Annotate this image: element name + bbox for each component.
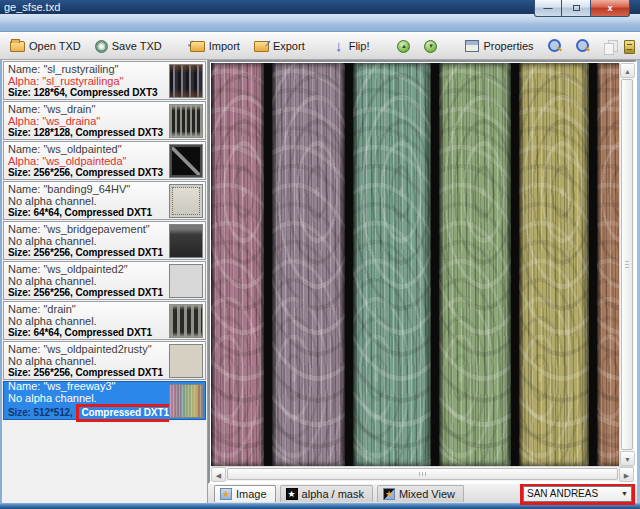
texture-preview: ▲ ▼ ◀ ▶ [208, 60, 637, 484]
texture-size-info: Size: 128*64, Compressed DXT3 [8, 87, 169, 99]
texture-alpha-info: No alpha channel. [8, 392, 169, 404]
texture-size-info: Size: 64*64, Compressed DXT1 [8, 207, 169, 219]
texture-alpha-info: No alpha channel. [8, 355, 169, 367]
texture-name: Name: "ws_freeway3" [8, 380, 169, 392]
toolbar-button-properties[interactable]: Properties [461, 38, 537, 54]
toolbar-button-zoom-in[interactable] [544, 37, 566, 55]
texture-size-info: Size: 256*256, Compressed DXT1 [8, 287, 169, 299]
folder-open-icon [10, 41, 25, 52]
toolbar-button-zoom-out[interactable] [572, 37, 594, 55]
zoom-out-icon [576, 39, 590, 53]
texture-name: Name: "ws_oldpainted" [8, 143, 169, 155]
drain-thumbnail [169, 104, 203, 138]
export-folder-icon [254, 41, 269, 52]
banding-thumbnail [169, 184, 203, 218]
flip-down-arrow-icon: ↓ [333, 38, 345, 54]
platform-select[interactable]: SAN ANDREAS ▼ [523, 486, 632, 502]
vertical-scrollbar[interactable]: ▲ ▼ [619, 63, 634, 466]
texture-list-item[interactable]: Name: "sl_rustyrailing" Alpha: "sl_rusty… [3, 61, 206, 100]
toolbar-button-export[interactable]: Export [250, 38, 309, 54]
texture-name: Name: "sl_rustyrailing" [8, 63, 169, 75]
titlebar: ge_sfse.txd — x [0, 0, 640, 32]
drain2-thumbnail [169, 304, 203, 338]
wood-plank-4 [439, 63, 511, 466]
texture-list: Name: "sl_rustyrailing" Alpha: "sl_rusty… [2, 60, 208, 503]
chevron-down-icon: ▼ [621, 490, 628, 497]
texture-list-item[interactable]: Name: "ws_oldpainted" Alpha: "ws_oldpain… [3, 141, 206, 180]
texture-name: Name: "ws_drain" [8, 103, 169, 115]
alpha-star-icon: ★ [286, 488, 298, 500]
close-icon: x [607, 3, 612, 13]
texture-name: Name: "ws_oldpainted2" [8, 263, 169, 275]
maximize-button[interactable] [562, 0, 590, 17]
texture-list-item[interactable]: Name: "ws_bridgepavement" No alpha chann… [3, 221, 206, 260]
maximize-icon [573, 5, 580, 11]
texture-size-info: Size: 256*256, Compressed DXT1 [8, 247, 169, 259]
railing-thumbnail [169, 64, 203, 98]
properties-window-icon [465, 40, 479, 52]
tab-image[interactable]: ★ Image [214, 485, 276, 502]
texture-size-info: Size: 512*512, Compressed DXT1 [8, 404, 169, 422]
horizontal-scroll-thumb[interactable] [227, 468, 618, 480]
scroll-right-icon[interactable]: ▶ [619, 467, 634, 482]
texture-list-item[interactable]: Name: "drain" No alpha channel. Size: 64… [3, 301, 206, 340]
wood-plank-2 [272, 63, 345, 466]
toolbar-button-import[interactable]: Import [186, 38, 244, 54]
green-down-icon: ▼ [424, 40, 437, 53]
wood-plank-3 [353, 63, 431, 466]
texture-list-item[interactable]: Name: "ws_drain" Alpha: "ws_draina" Size… [3, 101, 206, 140]
texture-name: Name: "ws_oldpainted2rusty" [8, 343, 169, 355]
window-title: ge_sfse.txd [4, 1, 60, 13]
wood-plank-1 [211, 63, 264, 466]
noise-light-thumbnail [169, 264, 203, 298]
texture-alpha-info: No alpha channel. [8, 235, 169, 247]
toolbar-button-move-up[interactable]: ▲ [393, 38, 414, 55]
toolbar-button-save[interactable]: Save TXD [91, 38, 166, 55]
texture-size-info: Size: 128*128, Compressed DXT3 [8, 127, 169, 139]
texture-alpha-info: No alpha channel. [8, 195, 169, 207]
texture-list-item[interactable]: Name: "ws_oldpainted2rusty" No alpha cha… [3, 341, 206, 380]
freeway-thumbnail [169, 384, 203, 418]
save-cd-icon [95, 40, 108, 53]
horizontal-scrollbar[interactable]: ◀ ▶ [211, 466, 634, 481]
main-content: Name: "sl_rustyrailing" Alpha: "sl_rusty… [0, 60, 640, 503]
texture-size-info: Size: 256*256, Compressed DXT1 [8, 367, 169, 379]
annotation-box-format: Compressed DXT1 [76, 404, 169, 422]
zoom-in-icon [548, 39, 562, 53]
texture-canvas [211, 63, 619, 466]
scroll-down-icon[interactable]: ▼ [620, 451, 635, 466]
toolbar-button-duplicate[interactable] [600, 38, 621, 55]
texture-size-info: Size: 256*256, Compressed DXT3 [8, 167, 169, 179]
toolbar-button-move-down[interactable]: ▼ [420, 38, 441, 55]
pavement-thumbnail [169, 224, 203, 258]
oldpainted-thumbnail [169, 144, 203, 178]
texture-list-item[interactable]: Name: "ws_freeway3" No alpha channel. Si… [3, 381, 206, 420]
app-window: ge_sfse.txd — x Open TXD Save TXD Import… [0, 0, 640, 509]
texture-list-item[interactable]: Name: "banding9_64HV" No alpha channel. … [3, 181, 206, 220]
texture-alpha-info: No alpha channel. [8, 315, 169, 327]
scroll-left-icon[interactable]: ◀ [211, 467, 226, 482]
scroll-up-icon[interactable]: ▲ [620, 63, 635, 78]
toolbar-button-open[interactable]: Open TXD [6, 38, 85, 54]
texture-alpha-info: Alpha: "ws_oldpainteda" [8, 155, 169, 167]
close-button[interactable]: x [590, 0, 630, 17]
toolbar: Open TXD Save TXD Import Export ↓ Flip! … [0, 32, 640, 60]
annotation-box-platform: SAN ANDREAS ▼ [520, 483, 635, 505]
texture-alpha-info: Alpha: "sl_rustyrailinga" [8, 75, 169, 87]
archive-icon[interactable] [624, 40, 635, 54]
texture-alpha-info: Alpha: "ws_draina" [8, 115, 169, 127]
image-star-icon: ★ [220, 488, 232, 500]
mixed-star-icon: ★ [383, 488, 395, 500]
tab-mixed-view[interactable]: ★ Mixed View [377, 485, 464, 502]
copy-pages-icon [604, 40, 617, 53]
noise-rusty-thumbnail [169, 344, 203, 378]
import-folder-icon [190, 41, 205, 52]
vertical-scroll-thumb[interactable] [621, 79, 633, 450]
toolbar-button-flip[interactable]: ↓ Flip! [329, 36, 374, 56]
tab-alpha-mask[interactable]: ★ alpha / mask [280, 485, 373, 502]
green-up-icon: ▲ [397, 40, 410, 53]
texture-alpha-info: No alpha channel. [8, 275, 169, 287]
texture-list-item[interactable]: Name: "ws_oldpainted2" No alpha channel.… [3, 261, 206, 300]
minimize-button[interactable]: — [534, 0, 562, 17]
texture-size-info: Size: 64*64, Compressed DXT1 [8, 327, 169, 339]
